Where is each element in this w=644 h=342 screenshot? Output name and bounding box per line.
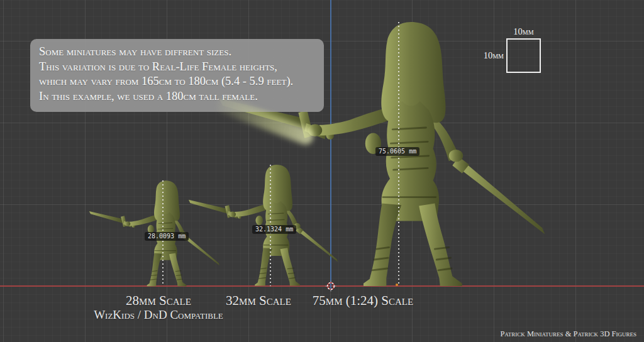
reference-square-10mm	[506, 38, 541, 73]
info-line-4: In this example, we used a 180cm tall fe…	[39, 89, 315, 104]
info-box: Some miniatures may have diffrent sizes.…	[30, 39, 324, 112]
blender-viewport[interactable]: 28.0093 mm 32.1324 mm 75.0605 mm Some mi…	[0, 0, 644, 342]
info-line-2: This variation is due to Real-Life Femal…	[39, 60, 315, 75]
reference-width-label: 10mm	[506, 26, 541, 37]
info-line-1: Some miniatures may have diffrent sizes.	[39, 45, 315, 60]
3d-cursor-icon[interactable]	[325, 280, 336, 292]
scale-label-75mm: 75mm (1:24) Scale	[300, 293, 426, 309]
measurement-label-32mm: 32.1324 mm	[252, 225, 296, 234]
info-line-3: which may vary from 165cm to 180cm (5.4 …	[39, 74, 315, 89]
measurement-label-28mm: 28.0093 mm	[145, 232, 189, 241]
measurement-label-75mm: 75.0605 mm	[375, 147, 419, 156]
credit-text: Patrick Miniatures & Patrick 3D Figures	[500, 329, 636, 339]
reference-height-label: 10mm	[467, 50, 504, 61]
scale-sublabel-28mm: WizKids / DnD Compatible	[80, 308, 237, 322]
